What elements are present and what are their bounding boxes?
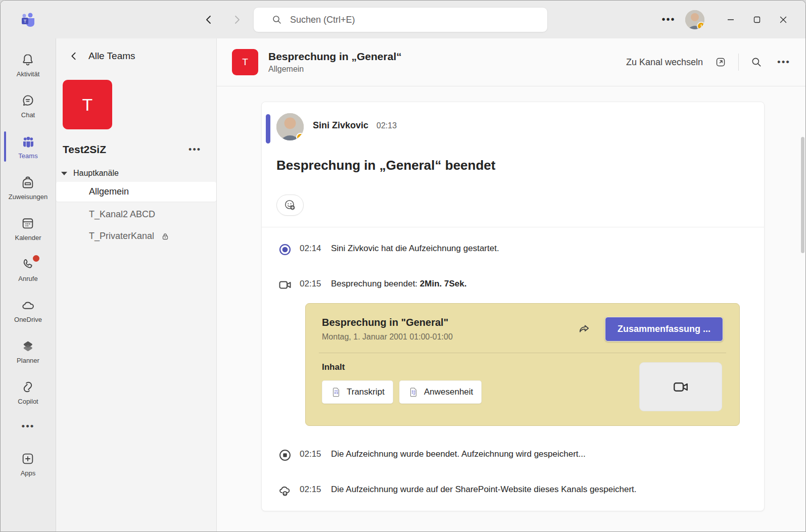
event-text: Die Aufzeichnung wurde beendet. Aufzeich… xyxy=(331,449,586,459)
event-meeting-ended: 02:15 Besprechung beendet: 2Min. 7Sek. xyxy=(262,279,764,292)
transcript-doc-icon xyxy=(330,386,342,398)
rail-label-copilot: Copilot xyxy=(18,398,38,405)
event-duration: 2Min. 7Sek. xyxy=(420,279,467,288)
event-text: Besprechung beendet: xyxy=(331,279,420,288)
channel-more-button[interactable]: ••• xyxy=(774,57,793,68)
teams-sidebar: Alle Teams T Test2SiZ ••• Hauptkanäle Al… xyxy=(56,38,217,531)
titlebar-more-button[interactable]: ••• xyxy=(657,14,680,25)
rail-label-assignments: Zuweisungen xyxy=(9,193,48,201)
all-teams-label: Alle Teams xyxy=(88,51,135,62)
transcript-button[interactable]: Transkript xyxy=(322,380,393,404)
rail-item-teams[interactable]: Teams xyxy=(1,129,56,164)
chevron-left-icon xyxy=(204,15,214,25)
author-avatar[interactable] xyxy=(276,113,304,140)
maximize-button[interactable] xyxy=(744,8,770,32)
rail-item-apps[interactable]: Apps xyxy=(1,447,56,481)
rail-item-planner[interactable]: Planner xyxy=(1,334,56,369)
forward-button[interactable] xyxy=(230,13,244,27)
message-author[interactable]: Sini Zivkovic xyxy=(313,120,368,131)
rail-item-calendar[interactable]: Kalender xyxy=(1,211,56,246)
message-scroll-area[interactable]: Sini Zivkovic 02:13 Besprechung in „Gene… xyxy=(217,86,805,531)
rail-item-more[interactable]: ••• xyxy=(1,416,56,437)
teams-people-icon xyxy=(21,134,36,150)
scrollbar-thumb[interactable] xyxy=(801,137,804,253)
close-icon xyxy=(779,16,787,24)
channels-section-label: Hauptkanäle xyxy=(73,169,119,178)
channel-allgemein[interactable]: Allgemein xyxy=(56,182,216,202)
share-button[interactable] xyxy=(577,322,592,337)
channel-team-initial: T xyxy=(242,57,248,68)
maximize-icon xyxy=(753,16,761,24)
meeting-title: Besprechung in "General" xyxy=(322,317,453,328)
add-reaction-button[interactable] xyxy=(276,195,304,216)
channels-section-toggle[interactable]: Hauptkanäle xyxy=(56,156,216,182)
active-rail-indicator xyxy=(4,131,6,162)
meeting-recap-card: Besprechung in "General" Montag, 1. Janu… xyxy=(305,303,740,426)
emoji-add-icon xyxy=(283,199,297,212)
channel-label: T_Kanal2 ABCD xyxy=(89,209,155,220)
event-time: 02:15 xyxy=(300,449,325,459)
backpack-icon xyxy=(21,175,35,189)
attendance-button[interactable]: Anwesenheit xyxy=(399,380,482,404)
team-more-button[interactable]: ••• xyxy=(188,144,201,155)
title-bar: T Suchen (Ctrl+E) ••• xyxy=(1,1,805,38)
close-button[interactable] xyxy=(770,8,796,32)
share-icon xyxy=(577,322,591,336)
attendance-doc-icon xyxy=(408,386,419,398)
search-icon xyxy=(272,15,282,25)
rail-item-chat[interactable]: Chat xyxy=(1,88,56,123)
cloud-icon xyxy=(21,298,36,313)
lock-icon xyxy=(161,232,169,240)
rail-item-activity[interactable]: Aktivität xyxy=(1,47,56,82)
vertical-scrollbar[interactable] xyxy=(801,137,804,526)
rail-item-onedrive[interactable]: OneDrive xyxy=(1,293,56,328)
rail-label-apps: Apps xyxy=(21,469,36,477)
search-icon xyxy=(751,57,762,68)
clock-icon xyxy=(298,135,303,139)
back-button[interactable] xyxy=(202,13,216,27)
message-timestamp: 02:13 xyxy=(376,121,397,130)
main-content: T Besprechung in „General“ Allgemein Zu … xyxy=(217,38,805,531)
event-recording-saved: 02:15 Die Aufzeichnung wurde auf der Sha… xyxy=(262,485,764,498)
content-label: Inhalt xyxy=(322,362,639,372)
attendance-label: Anwesenheit xyxy=(424,387,473,397)
user-avatar[interactable] xyxy=(685,10,704,29)
rail-label-planner: Planner xyxy=(17,357,39,364)
all-teams-back-link[interactable]: Alle Teams xyxy=(56,51,216,62)
channel-label: Allgemein xyxy=(89,186,129,197)
transcript-label: Transkript xyxy=(347,387,385,397)
search-input[interactable]: Suchen (Ctrl+E) xyxy=(253,7,548,32)
record-stop-icon xyxy=(278,448,292,462)
planner-icon xyxy=(21,339,35,353)
teams-window: T Suchen (Ctrl+E) ••• xyxy=(0,0,806,532)
meeting-datetime: Montag, 1. Januar 2001 01:00-01:00 xyxy=(322,332,453,342)
thread-card: Sini Zivkovic 02:13 Besprechung in „Gene… xyxy=(261,102,765,511)
teams-logo-icon: T xyxy=(18,10,38,30)
team-avatar[interactable]: T xyxy=(63,80,112,129)
rail-item-copilot[interactable]: Copilot xyxy=(1,375,56,410)
event-text: Die Aufzeichnung wurde auf der SharePoin… xyxy=(331,485,637,494)
svg-text:T: T xyxy=(24,19,27,24)
bell-icon xyxy=(21,53,35,67)
rail-item-calls[interactable]: Anrufe xyxy=(1,252,56,287)
team-initial: T xyxy=(82,95,93,115)
rail-item-assignments[interactable]: Zuweisungen xyxy=(1,170,56,205)
video-camera-icon xyxy=(278,278,292,292)
event-time: 02:15 xyxy=(300,485,325,495)
rail-label-teams: Teams xyxy=(18,152,37,160)
switch-channel-link[interactable]: Zu Kanal wechseln xyxy=(626,57,703,68)
channel-privater-kanal[interactable]: T_PrivaterKanal xyxy=(56,226,216,246)
channel-kanal2[interactable]: T_Kanal2 ABCD xyxy=(56,205,216,224)
summary-button[interactable]: Zusammenfassung ... xyxy=(605,317,723,342)
minimize-button[interactable] xyxy=(718,8,744,32)
rail-label-calendar: Kalender xyxy=(15,234,41,241)
channel-team-avatar: T xyxy=(232,49,258,75)
apps-plus-icon xyxy=(21,452,35,466)
channel-search-button[interactable] xyxy=(748,54,765,71)
event-recording-stopped: 02:15 Die Aufzeichnung wurde beendet. Au… xyxy=(262,449,764,462)
rail-label-onedrive: OneDrive xyxy=(14,316,42,323)
event-time: 02:14 xyxy=(300,244,325,254)
popout-button[interactable] xyxy=(712,54,729,71)
page-subtitle: Allgemein xyxy=(268,65,402,74)
recording-thumbnail[interactable] xyxy=(639,362,722,411)
